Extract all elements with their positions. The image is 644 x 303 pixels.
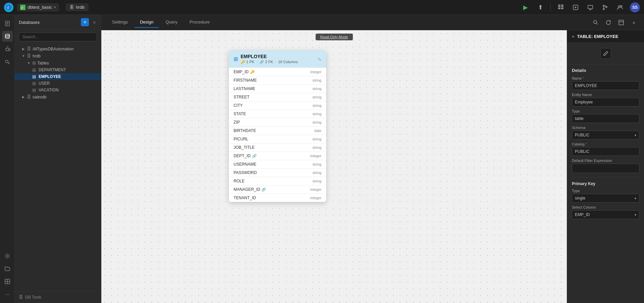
user-avatar[interactable]: SS <box>630 2 640 12</box>
sidebar-item-salesdb[interactable]: ▶ 🗄 salesdb <box>15 93 101 100</box>
type-label: Type <box>572 109 639 113</box>
col-type: string <box>312 95 321 99</box>
sidebar: Databases + « ▶ 🗄 AllTypesDBAutomation ▼… <box>15 15 101 303</box>
col-type: string <box>312 145 321 149</box>
tree-icon-db1: 🗄 <box>27 46 31 51</box>
refresh-action-button[interactable] <box>604 18 613 27</box>
table-row[interactable]: EMP_ID🔑integer <box>229 68 326 76</box>
table-row[interactable]: STREETstring <box>229 93 326 101</box>
icon-bar-more[interactable]: ··· <box>2 289 13 300</box>
col-name: TENANT_ID <box>234 196 310 200</box>
db-selector[interactable]: d dbtest_basic ▾ <box>17 3 59 11</box>
readonly-badge[interactable]: Read-Only Mode <box>315 34 353 40</box>
connection-selector[interactable]: 🗄 hrdb <box>66 3 89 11</box>
table-row[interactable]: CITYstring <box>229 101 326 110</box>
meta-fk-icon: 🔗 <box>259 60 264 64</box>
col-type: integer <box>310 196 321 200</box>
sidebar-add-button[interactable]: + <box>81 18 89 26</box>
table-row[interactable]: BIRTHDATEdate <box>229 126 326 135</box>
tab-query[interactable]: Query <box>160 17 183 28</box>
sidebar-item-vacation[interactable]: ▤ VACATION <box>15 87 101 93</box>
table-row[interactable]: USERNAMEstring <box>229 160 326 168</box>
col-type: integer <box>310 70 321 74</box>
icon-bar-settings[interactable] <box>2 251 13 261</box>
col-type: string <box>312 171 321 175</box>
sidebar-item-employee[interactable]: ▤ EMPLOYEE <box>15 73 101 80</box>
tab-settings[interactable]: Settings <box>107 17 133 28</box>
tab-design[interactable]: Design <box>135 17 159 28</box>
monitor-button[interactable] <box>586 3 595 12</box>
right-panel-edit-button[interactable] <box>600 48 611 59</box>
svg-rect-5 <box>561 5 563 6</box>
table-row[interactable]: JOB_TITLEstring <box>229 143 326 152</box>
table-row[interactable]: ZIPstring <box>229 118 326 126</box>
table-card-employee: ⊞ EMPLOYEE 🔑 1 PK · 🔗 2 FK · 16 Columns <box>229 50 326 202</box>
table-row[interactable]: PICURLstring <box>229 135 326 143</box>
sidebar-search-input[interactable] <box>19 33 97 41</box>
expand-action-button[interactable]: » <box>629 18 639 27</box>
sidebar-item-tables[interactable]: ▼ ⊞ Tables <box>15 59 101 67</box>
table-card-title: EMPLOYEE <box>241 54 315 59</box>
icon-bar-coffee[interactable] <box>2 44 13 54</box>
sidebar-item-user[interactable]: ▤ USER <box>15 80 101 87</box>
sidebar-item-alltypes[interactable]: ▶ 🗄 AllTypesDBAutomation <box>15 45 101 52</box>
play-button[interactable]: ▶ <box>521 3 530 12</box>
col-type: string <box>312 137 321 141</box>
export-button[interactable] <box>571 3 580 12</box>
pk-type-select[interactable]: single ▾ <box>572 194 639 203</box>
tree-icon-dept: ▤ <box>32 68 36 72</box>
table-row[interactable]: ROLEstring <box>229 177 326 185</box>
col-type: string <box>312 87 321 91</box>
search-action-button[interactable] <box>591 18 600 27</box>
catalog-value: PUBLIC <box>572 147 639 156</box>
schema-label: Schema <box>572 126 639 130</box>
table-row[interactable]: LASTNAMEstring <box>229 84 326 93</box>
schema-select[interactable]: PUBLIC ▾ <box>572 131 639 139</box>
svg-point-18 <box>5 34 9 36</box>
design-canvas: Read-Only Mode ⊞ EMPLOYEE 🔑 1 PK · 🔗 <box>101 30 567 303</box>
svg-point-19 <box>5 60 8 63</box>
table-row[interactable]: FIRSTNAMEstring <box>229 76 326 84</box>
fk-icon: 🔗 <box>252 154 257 158</box>
col-name: MANAGER_ID🔗 <box>234 187 310 192</box>
sidebar-item-hrdb[interactable]: ▼ 🗄 hrdb <box>15 52 101 59</box>
table-row[interactable]: STATEstring <box>229 110 326 118</box>
entity-name-label: Entity Name <box>572 93 639 97</box>
icon-bar-folder[interactable] <box>2 263 13 274</box>
layout-action-button[interactable] <box>616 18 626 27</box>
icon-bar-grid2[interactable] <box>2 276 13 287</box>
sidebar-item-department[interactable]: ▤ DEPARTMENT <box>15 67 101 73</box>
pk-type-label: Type <box>572 189 639 193</box>
table-expand-button[interactable]: ⤡ <box>317 56 321 62</box>
meta-pk-icon: 🔑 <box>241 60 245 64</box>
icon-bar-pages[interactable] <box>2 18 13 29</box>
table-row[interactable]: PASSWORDstring <box>229 168 326 177</box>
table-row[interactable]: TENANT_IDinteger <box>229 193 326 202</box>
table-columns: EMP_ID🔑integerFIRSTNAMEstringLASTNAMEstr… <box>229 68 326 202</box>
table-row[interactable]: MANAGER_ID🔗integer <box>229 185 326 193</box>
upload-button[interactable]: ⬆ <box>536 3 545 12</box>
select-column-select[interactable]: EMP_ID ▾ <box>572 210 639 219</box>
default-filter-label: Default Filter Expression <box>572 159 639 163</box>
right-panel-expand-btn[interactable]: » <box>572 34 575 39</box>
name-field-value: EMPLOYEE <box>572 81 639 90</box>
col-name: STREET <box>234 95 312 99</box>
branch-button[interactable] <box>600 3 610 12</box>
right-panel-header: » TABLE: EMPLOYEE <box>567 30 644 43</box>
icon-bar-database[interactable] <box>2 31 13 42</box>
tree-arrow-salesdb: ▶ <box>21 95 26 99</box>
svg-text:d: d <box>21 6 23 9</box>
connection-label: hrdb <box>76 5 85 10</box>
collab-button[interactable] <box>615 3 625 12</box>
tree-icon-user: ▤ <box>32 81 36 86</box>
table-icon: ⊞ <box>234 56 238 62</box>
icon-bar-key[interactable] <box>2 56 13 67</box>
sidebar-db-tools[interactable]: 🗄 DB Tools <box>15 291 101 303</box>
col-type: string <box>312 103 321 107</box>
grid-button[interactable] <box>556 3 565 12</box>
sidebar-collapse-button[interactable]: « <box>92 19 97 25</box>
app-logo[interactable]: d <box>4 3 13 12</box>
tab-procedure[interactable]: Procedure <box>184 17 215 28</box>
pk-type-arrow: ▾ <box>635 197 636 200</box>
table-row[interactable]: DEPT_ID🔗integer <box>229 152 326 160</box>
